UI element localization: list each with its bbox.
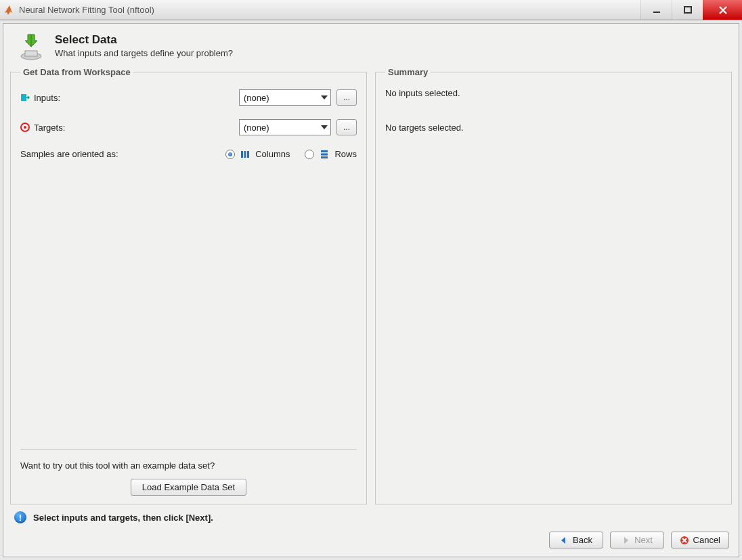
inputs-icon: [20, 93, 30, 102]
svg-rect-9: [247, 151, 249, 158]
page-title: Select Data: [55, 33, 233, 47]
status-message: Select inputs and targets, then click [N…: [33, 513, 213, 523]
svg-rect-7: [241, 151, 243, 158]
columns-radio[interactable]: [225, 150, 235, 159]
svg-rect-10: [321, 150, 328, 152]
example-prompt: Want to try out this tool with an exampl…: [20, 460, 357, 471]
targets-label: Targets:: [34, 123, 65, 133]
columns-icon: [240, 150, 250, 159]
wizard-nav: Back Next Cancel: [3, 526, 739, 557]
minimize-button[interactable]: [640, 0, 672, 20]
svg-rect-8: [244, 151, 246, 158]
summary-no-targets: No targets selected.: [385, 123, 722, 133]
targets-select[interactable]: (none): [239, 119, 331, 135]
page-header: Select Data What inputs and targets defi…: [3, 24, 739, 67]
svg-rect-4: [21, 94, 26, 101]
cancel-icon: [680, 536, 689, 545]
get-data-legend: Get Data from Workspace: [20, 67, 133, 77]
matlab-logo-icon: [4, 5, 15, 16]
example-section: Want to try out this tool with an exampl…: [20, 449, 357, 496]
arrow-left-icon: [559, 536, 569, 545]
window-frame: Select Data What inputs and targets defi…: [3, 23, 739, 557]
back-button-label: Back: [573, 535, 592, 545]
main-area: Get Data from Workspace Inputs: (none) .…: [3, 67, 739, 504]
summary-no-inputs: No inputs selected.: [385, 88, 722, 98]
get-data-group: Get Data from Workspace Inputs: (none) .…: [10, 67, 367, 504]
svg-rect-11: [321, 153, 328, 155]
summary-legend: Summary: [385, 67, 431, 77]
inputs-select-value: (none): [244, 93, 269, 103]
orientation-label: Samples are oriented as:: [20, 149, 118, 159]
svg-rect-1: [684, 7, 691, 13]
chevron-down-icon: [321, 125, 328, 129]
inputs-browse-button[interactable]: ...: [336, 89, 357, 106]
back-button[interactable]: Back: [549, 532, 603, 548]
targets-icon: [20, 123, 30, 132]
rows-icon: [320, 150, 329, 159]
maximize-button[interactable]: [672, 0, 703, 20]
next-button[interactable]: Next: [610, 532, 664, 548]
close-button[interactable]: [703, 0, 742, 20]
info-icon: !: [14, 511, 26, 523]
cancel-button[interactable]: Cancel: [671, 532, 729, 548]
load-example-button[interactable]: Load Example Data Set: [131, 479, 246, 496]
inputs-row: Inputs: (none) ...: [20, 89, 357, 106]
cancel-button-label: Cancel: [693, 535, 720, 545]
status-bar: ! Select inputs and targets, then click …: [3, 504, 739, 526]
targets-row: Targets: (none) ...: [20, 119, 357, 135]
svg-point-6: [24, 126, 26, 129]
svg-rect-0: [653, 12, 660, 13]
titlebar: Neural Network Fitting Tool (nftool): [0, 0, 742, 20]
targets-select-value: (none): [244, 123, 269, 133]
columns-radio-label: Columns: [255, 149, 290, 159]
inputs-label: Inputs:: [34, 93, 60, 103]
rows-radio-label: Rows: [334, 149, 357, 159]
orientation-row: Samples are oriented as: Columns Rows: [20, 149, 357, 159]
svg-rect-3: [25, 51, 37, 56]
targets-browse-button[interactable]: ...: [336, 119, 357, 135]
chevron-down-icon: [321, 95, 328, 100]
summary-group: Summary No inputs selected. No targets s…: [375, 67, 732, 504]
page-subtitle: What inputs and targets define your prob…: [55, 48, 233, 58]
next-button-label: Next: [634, 535, 653, 545]
window-buttons: [640, 0, 742, 20]
svg-rect-12: [321, 156, 328, 158]
arrow-right-icon: [621, 536, 630, 545]
window-title: Neural Network Fitting Tool (nftool): [19, 5, 640, 15]
select-data-icon: [17, 33, 45, 62]
rows-radio[interactable]: [305, 150, 314, 159]
inputs-select[interactable]: (none): [239, 89, 331, 106]
